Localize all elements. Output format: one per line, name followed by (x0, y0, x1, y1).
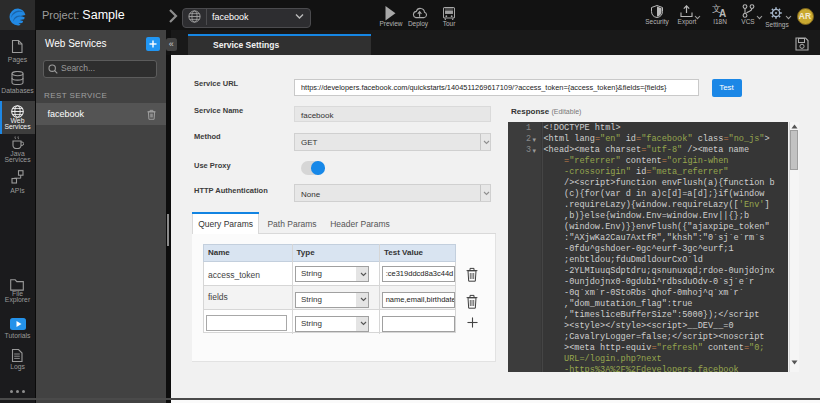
svg-text:A: A (719, 8, 726, 18)
